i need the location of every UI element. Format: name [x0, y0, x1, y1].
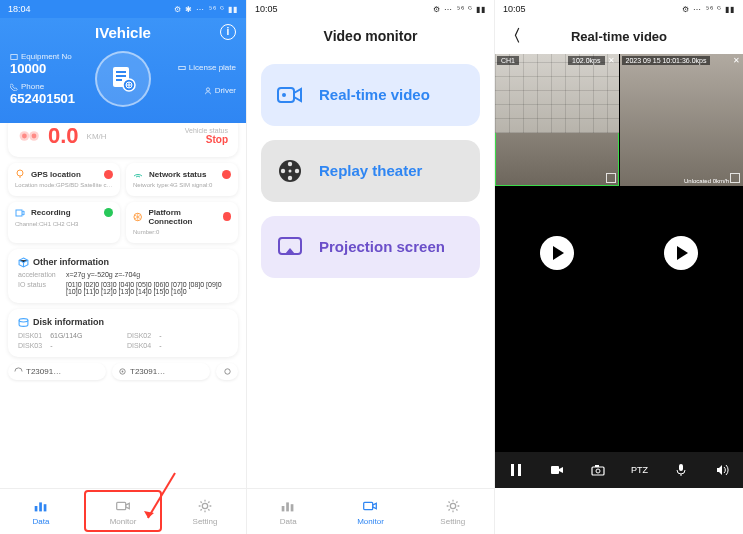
unlocated-label: Unlocated 0km/h — [684, 178, 729, 184]
channel-label: CH1 — [497, 56, 519, 65]
svg-point-30 — [281, 169, 285, 173]
snapshot-button[interactable] — [590, 462, 606, 478]
cast-icon — [275, 232, 305, 262]
network-card[interactable]: Network status Network type:4G SIM signa… — [126, 163, 238, 196]
fullscreen-icon[interactable] — [730, 173, 740, 183]
svg-rect-42 — [592, 467, 604, 475]
svg-point-12 — [32, 134, 37, 139]
video-cell-4[interactable] — [620, 187, 744, 319]
device-chip-more[interactable] — [216, 363, 238, 380]
video-control-bar: PTZ — [495, 452, 743, 488]
svg-point-31 — [295, 169, 299, 173]
page-title-bar: 〈 Real-time video — [495, 18, 743, 54]
vehicle-status-label: Vehicle status — [185, 127, 228, 134]
phone-video-monitor: 10:05 ⚙ ⋯ ⁵⁶ ᴳ ▮▮ Video monitor Real-tim… — [247, 0, 495, 534]
svg-point-26 — [282, 93, 286, 97]
svg-rect-0 — [11, 54, 17, 59]
recording-card[interactable]: Recording Channel:CH1 CH2 CH3 — [8, 202, 120, 243]
close-icon[interactable]: ✕ — [731, 56, 741, 66]
disk-icon — [18, 317, 29, 328]
svg-point-38 — [450, 503, 455, 508]
svg-rect-40 — [518, 464, 521, 476]
phone-realtime-video: 10:05 ⚙ ⋯ ⁵⁶ ᴳ ▮▮ 〈 Real-time video CH1 … — [495, 0, 743, 534]
status-bar: 18:04 ⚙ ✱ ⋯ ⁵⁶ ᴳ ▮▮ — [0, 0, 246, 18]
page-title: Real-time video — [571, 29, 667, 44]
main-scroll[interactable]: 0.0 KM/H Vehicle status Stop GPS locatio… — [0, 115, 246, 357]
video-cell-1[interactable]: CH1 102.0kps ✕ — [495, 54, 619, 186]
option-realtime-video[interactable]: Real-time video — [261, 64, 480, 126]
svg-rect-14 — [16, 210, 22, 216]
svg-rect-41 — [551, 466, 559, 474]
status-time: 10:05 — [255, 4, 278, 14]
play-icon[interactable] — [540, 236, 574, 270]
video-cell-5[interactable] — [495, 320, 619, 452]
back-button[interactable]: 〈 — [505, 26, 521, 47]
svg-point-16 — [19, 318, 28, 321]
svg-point-32 — [289, 170, 292, 173]
video-icon — [275, 80, 305, 110]
status-icons: ⚙ ⋯ ⁵⁶ ᴳ ▮▮ — [433, 5, 486, 14]
speaker-button[interactable] — [714, 462, 730, 478]
status-bar: 10:05 ⚙ ⋯ ⁵⁶ ᴳ ▮▮ — [247, 0, 494, 18]
tab-setting[interactable]: Setting — [164, 489, 246, 534]
gps-status-dot — [104, 170, 113, 179]
close-icon[interactable]: ✕ — [607, 56, 617, 66]
disk-info-card: Disk information DISK0161G/114G DISK02- … — [8, 309, 238, 357]
option-projection-screen[interactable]: Projection screen — [261, 216, 480, 278]
video-cell-6[interactable] — [620, 320, 744, 452]
status-icons: ⚙ ✱ ⋯ ⁵⁶ ᴳ ▮▮ — [174, 5, 238, 14]
vehicle-summary: Equipment No 10000 Phone 652401501 Licen… — [10, 51, 236, 107]
camera-icon — [361, 497, 379, 515]
app-logo — [95, 51, 151, 107]
gear-icon — [196, 497, 214, 515]
play-icon[interactable] — [664, 236, 698, 270]
svg-rect-34 — [282, 506, 285, 511]
tab-data[interactable]: Data — [0, 489, 82, 534]
status-icons: ⚙ ⋯ ⁵⁶ ᴳ ▮▮ — [682, 5, 735, 14]
svg-rect-7 — [179, 66, 185, 69]
device-chip-1[interactable]: T23091… — [8, 363, 106, 380]
pause-button[interactable] — [508, 462, 524, 478]
page-title: Video monitor — [247, 18, 494, 54]
svg-point-28 — [288, 162, 292, 166]
platform-card[interactable]: Platform Connection Number:0 — [126, 202, 238, 243]
tab-data[interactable]: Data — [247, 489, 329, 534]
device-chips: T23091… T23091… — [0, 363, 246, 384]
svg-rect-44 — [595, 465, 599, 467]
video-cell-3[interactable] — [495, 187, 619, 319]
option-replay-theater[interactable]: Replay theater — [261, 140, 480, 202]
svg-point-29 — [288, 176, 292, 180]
tab-monitor[interactable]: Monitor — [329, 489, 411, 534]
fullscreen-icon[interactable] — [606, 173, 616, 183]
equipment-label: Equipment No — [10, 52, 89, 61]
chart-icon — [32, 497, 50, 515]
svg-point-24 — [202, 503, 207, 508]
tab-setting[interactable]: Setting — [412, 489, 494, 534]
mic-button[interactable] — [673, 462, 689, 478]
phone-value: 652401501 — [10, 91, 89, 106]
summary-right: License plate Driver — [157, 63, 236, 95]
svg-point-10 — [22, 134, 27, 139]
video-grid: CH1 102.0kps ✕ 2023 09 15 10:01:36.0kps … — [495, 54, 743, 452]
gps-card[interactable]: GPS location Location mode:GPS/BD Satell… — [8, 163, 120, 196]
chart-icon — [279, 497, 297, 515]
license-plate-label: License plate — [178, 63, 236, 72]
status-time: 10:05 — [503, 4, 526, 14]
svg-rect-4 — [116, 79, 122, 81]
video-cell-2[interactable]: 2023 09 15 10:01:36.0kps ✕ Unlocated 0km… — [620, 54, 744, 186]
svg-rect-36 — [291, 504, 294, 511]
ptz-button[interactable]: PTZ — [631, 465, 648, 475]
wheels-icon — [18, 128, 42, 144]
device-chip-2[interactable]: T23091… — [112, 363, 210, 380]
svg-rect-22 — [44, 504, 47, 511]
record-button[interactable] — [549, 462, 565, 478]
reel-icon — [275, 156, 305, 186]
svg-point-8 — [206, 87, 209, 90]
phone-ivehicle-home: 18:04 ⚙ ✱ ⋯ ⁵⁶ ᴳ ▮▮ IVehicle i Equipment… — [0, 0, 247, 534]
phone-label: Phone — [10, 82, 89, 91]
svg-rect-37 — [364, 502, 373, 509]
info-icon[interactable]: i — [220, 24, 236, 40]
option-list: Real-time video Replay theater Projectio… — [247, 54, 494, 288]
equipment-value: 10000 — [10, 61, 89, 76]
cube-icon — [18, 257, 29, 268]
